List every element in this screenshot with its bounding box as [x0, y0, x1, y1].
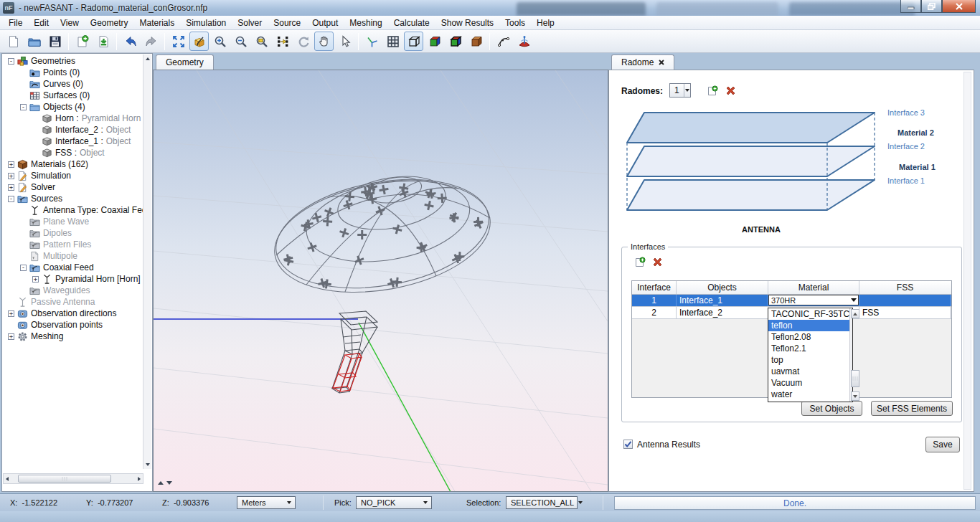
undo-button[interactable]	[121, 32, 140, 51]
units-combo[interactable]: Meters	[237, 496, 296, 509]
collapse-icon[interactable]: -	[8, 196, 14, 202]
select-cursor-button[interactable]	[335, 32, 354, 51]
tab-geometry[interactable]: Geometry	[156, 54, 214, 70]
new-document-button[interactable]	[4, 32, 23, 51]
scroll-down-icon[interactable]	[851, 392, 859, 401]
zoom-window-button[interactable]	[252, 32, 271, 51]
wireframe-cube-button[interactable]	[404, 32, 423, 51]
tree-item-curves-0[interactable]: Curves (0)	[2, 78, 143, 90]
tree-item-passive-antenna[interactable]: Passive Antenna	[2, 296, 143, 308]
scroll-left-icon[interactable]	[6, 477, 9, 481]
tree-item-dipoles[interactable]: Dipoles	[2, 227, 143, 239]
menu-item-help[interactable]: Help	[531, 16, 560, 29]
scroll-down-icon[interactable]	[144, 461, 151, 468]
expand-icon[interactable]: +	[8, 161, 14, 168]
chevron-down-icon[interactable]	[849, 298, 858, 302]
material-combo[interactable]: 370HR	[768, 295, 859, 305]
tree-horizontal-scrollbar[interactable]	[3, 473, 143, 484]
scrollbar-thumb[interactable]	[18, 475, 111, 483]
scroll-up-icon[interactable]	[144, 55, 151, 62]
expand-icon[interactable]: +	[8, 310, 14, 317]
material-cell[interactable]: 370HR	[768, 295, 859, 306]
objects-cell[interactable]: Interface_1	[677, 295, 768, 306]
tab-radome[interactable]: Radome	[611, 54, 674, 70]
pick-combo[interactable]: NO_PICK	[356, 496, 432, 509]
material-option-teflon2.1[interactable]: Teflon2.1	[768, 343, 849, 354]
tree-item-pyramidal-horn-horn[interactable]: +Pyramidal Horn [Horn]	[2, 273, 143, 285]
material-option-uavmat[interactable]: uavmat	[768, 366, 849, 377]
tree-item-solver[interactable]: +Solver	[2, 181, 143, 193]
tree-item-sources[interactable]: -Sources	[2, 193, 143, 204]
tree-item-fss[interactable]: FSS :Object	[2, 147, 143, 158]
shaded-cube-2-button[interactable]	[446, 32, 465, 51]
view-cube-button[interactable]	[189, 32, 209, 51]
menu-item-solver[interactable]: Solver	[232, 16, 268, 29]
menu-item-source[interactable]: Source	[268, 16, 306, 29]
tab-close-icon[interactable]	[659, 60, 664, 65]
set-fss-elements-button[interactable]: Set FSS Elements	[871, 401, 953, 416]
column-header-material[interactable]: Material	[768, 281, 859, 294]
tree-item-interface-2[interactable]: Interface_2 :Object	[2, 124, 143, 136]
menu-item-geometry[interactable]: Geometry	[85, 16, 134, 29]
interface-cell[interactable]: 2	[632, 307, 677, 318]
menu-item-output[interactable]: Output	[306, 16, 344, 29]
grid-button[interactable]	[383, 32, 402, 51]
expand-icon[interactable]: +	[32, 276, 39, 283]
tree-item-interface-1[interactable]: Interface_1 :Object	[2, 136, 143, 147]
set-objects-button[interactable]: Set Objects	[801, 401, 862, 416]
tree-item-surfaces-0[interactable]: Surfaces (0)	[2, 90, 143, 101]
menu-item-simulation[interactable]: Simulation	[180, 16, 232, 29]
save-floppy-button[interactable]	[45, 32, 65, 51]
material-option-taconic-rf-35tc[interactable]: TACONIC_RF-35TC	[768, 308, 849, 320]
collapse-icon[interactable]: -	[8, 58, 14, 65]
antenna-results-checkbox[interactable]	[623, 440, 633, 449]
material-option-water[interactable]: water	[768, 389, 849, 400]
column-header-interface[interactable]: Interface	[632, 281, 677, 294]
delete-radome-button[interactable]	[725, 85, 737, 97]
objects-cell[interactable]: Interface_2	[677, 307, 768, 318]
tree-item-objects-4[interactable]: -Objects (4)	[2, 101, 143, 113]
radome-number-combo[interactable]: 1	[669, 83, 691, 98]
scroll-up-icon[interactable]	[851, 309, 859, 318]
tree-item-antenna-type-coaxial-feed[interactable]: Antenna Type: Coaxial Feed	[2, 204, 143, 216]
new-interface-button[interactable]	[633, 256, 646, 268]
material-option-top[interactable]: top	[768, 354, 849, 366]
tree-item-materials-162[interactable]: +Materials (162)	[2, 158, 143, 170]
tree-item-waveguides[interactable]: Waveguides	[2, 285, 143, 296]
new-page-plus-button[interactable]	[72, 32, 92, 51]
menu-item-edit[interactable]: Edit	[28, 16, 55, 29]
menu-item-view[interactable]: View	[55, 16, 85, 29]
menu-item-tools[interactable]: Tools	[499, 16, 531, 29]
axes-button[interactable]	[362, 32, 382, 51]
fit-view-button[interactable]	[169, 32, 188, 51]
delete-interface-button[interactable]	[651, 256, 664, 268]
fss-cell[interactable]	[859, 295, 951, 306]
collapse-icon[interactable]: -	[20, 104, 27, 110]
selection-combo[interactable]: SELECTION_ALL	[506, 496, 578, 509]
pan-hand-button[interactable]	[314, 32, 334, 51]
restore-button[interactable]	[921, 0, 942, 13]
shaded-cube-button[interactable]	[425, 32, 444, 51]
menu-item-file[interactable]: File	[3, 16, 28, 29]
scrollbar-thumb[interactable]	[851, 370, 859, 387]
tree-item-simulation[interactable]: +Simulation	[2, 170, 143, 181]
menu-item-meshing[interactable]: Meshing	[344, 16, 387, 29]
open-folder-button[interactable]	[24, 32, 44, 51]
save-button[interactable]: Save	[925, 437, 960, 452]
tree-item-observation-points[interactable]: Observation points	[2, 319, 143, 331]
tree-item-meshing[interactable]: +Meshing	[2, 331, 143, 342]
redo-button[interactable]	[141, 32, 161, 51]
table-row-interface-1[interactable]: 1Interface_1370HR	[632, 295, 951, 307]
far-field-button[interactable]	[514, 32, 534, 51]
menu-item-calculate[interactable]: Calculate	[388, 16, 435, 29]
tree-item-observation-directions[interactable]: +Observation directions	[2, 308, 143, 319]
menu-item-show-results[interactable]: Show Results	[435, 16, 499, 29]
tree-vertical-scrollbar[interactable]	[143, 54, 151, 469]
interface-cell[interactable]: 1	[632, 295, 677, 306]
radome-panel-scrollbar[interactable]	[963, 72, 971, 490]
tree-item-pattern-files[interactable]: Pattern Files	[2, 239, 143, 250]
curve-tool-button[interactable]	[494, 32, 513, 51]
tree-item-coaxial-feed[interactable]: -Coaxial Feed	[2, 262, 143, 273]
material-option-vacuum[interactable]: Vacuum	[768, 377, 849, 389]
material-option-teflon[interactable]: teflon	[768, 320, 849, 331]
